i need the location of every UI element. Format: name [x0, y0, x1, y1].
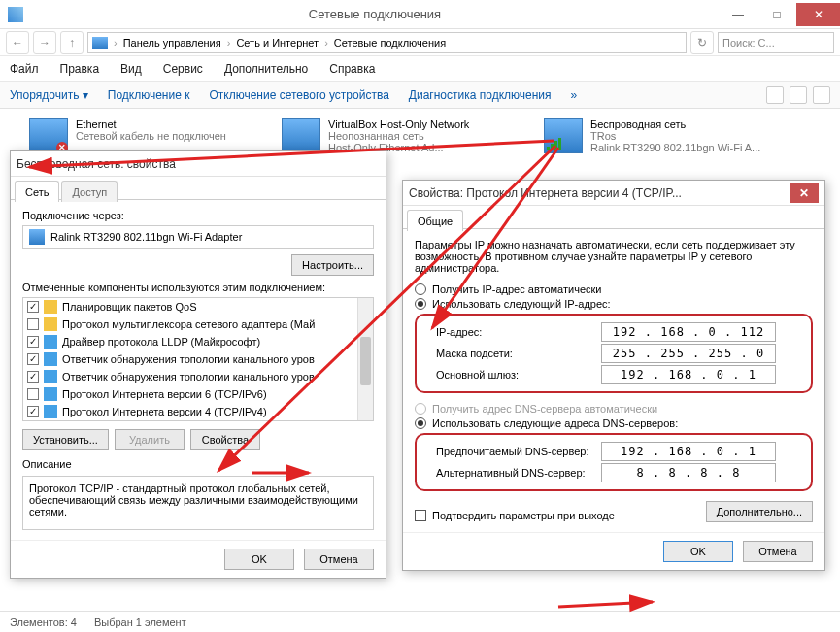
ip-address-label: IP-адрес:: [436, 326, 601, 338]
checkbox-icon[interactable]: ✓: [27, 371, 39, 383]
maximize-button[interactable]: □: [757, 3, 796, 26]
radio-ip-auto[interactable]: Получить IP-адрес автоматически: [415, 283, 813, 295]
menu-help[interactable]: Справка: [329, 62, 375, 76]
component-label: Протокол Интернета версии 6 (TCP/IPv6): [62, 388, 267, 400]
menu-tools[interactable]: Сервис: [163, 62, 203, 76]
help-icon[interactable]: [813, 86, 830, 104]
menu-extra[interactable]: Дополнительно: [224, 62, 308, 76]
cmd-organize[interactable]: Упорядочить ▾: [10, 88, 88, 102]
virtualbox-status: Неопознанная сеть: [328, 130, 469, 142]
component-row[interactable]: ✓Протокол Интернета версии 4 (TCP/IPv4): [23, 403, 373, 420]
checkbox-icon[interactable]: ✓: [27, 336, 39, 348]
forward-button[interactable]: →: [33, 31, 56, 54]
dlg1-ok-button[interactable]: OK: [224, 549, 294, 570]
radio-dns-manual[interactable]: Использовать следующие адреса DNS-сервер…: [415, 417, 813, 429]
menu-file[interactable]: Файл: [10, 62, 39, 76]
dlg1-cancel-button[interactable]: Отмена: [304, 549, 374, 570]
checkbox-icon[interactable]: ✓: [27, 406, 39, 417]
search-input[interactable]: Поиск: С...: [718, 32, 834, 53]
component-icon: [44, 335, 57, 349]
gateway-input[interactable]: 192 . 168 . 0 . 1: [601, 365, 776, 384]
item-wifi[interactable]: Беспроводная сеть TRos Ralink RT3290 802…: [544, 118, 767, 153]
cmd-more[interactable]: »: [571, 88, 578, 102]
adapter-name: Ralink RT3290 802.11bgn Wi-Fi Adapter: [50, 231, 242, 243]
wifi-status: TRos: [590, 130, 760, 142]
remove-button: Удалить: [115, 429, 185, 450]
components-list[interactable]: ✓Планировщик пакетов QoSПротокол мультип…: [22, 297, 374, 421]
component-row[interactable]: ✓Драйвер протокола LLDP (Майкрософт): [23, 333, 373, 350]
dlg1-titlebar[interactable]: Беспроводная сеть: свойства: [11, 151, 386, 177]
dlg2-titlebar[interactable]: Свойства: Протокол Интернета версии 4 (T…: [403, 181, 824, 206]
ip-address-input[interactable]: 192 . 168 . 0 . 112: [601, 322, 776, 342]
dns-preferred-input[interactable]: 192 . 168 . 0 . 1: [601, 442, 776, 461]
dlg-adapter-properties: Беспроводная сеть: свойства Сеть Доступ …: [10, 150, 386, 579]
radio-ip-manual[interactable]: Использовать следующий IP-адрес:: [415, 298, 813, 310]
validate-checkbox[interactable]: Подтвердить параметры при выходе: [415, 510, 615, 521]
radio-icon: [415, 283, 426, 295]
component-row[interactable]: ✓Ответчик обнаружения топологии канально…: [23, 368, 373, 385]
view-icon[interactable]: [766, 86, 784, 104]
adapter-box: Ralink RT3290 802.11bgn Wi-Fi Adapter: [22, 225, 374, 249]
close-button[interactable]: ✕: [796, 3, 840, 26]
dns-preferred-label: Предпочитаемый DNS-сервер:: [436, 446, 601, 457]
app-icon: [8, 7, 23, 22]
virtualbox-icon: [282, 118, 320, 153]
component-icon: [44, 387, 57, 401]
menu-edit[interactable]: Правка: [60, 62, 100, 76]
refresh-button[interactable]: ↻: [690, 31, 714, 54]
wifi-driver: Ralink RT3290 802.11bgn Wi-Fi A...: [590, 142, 760, 153]
configure-button[interactable]: Настроить...: [291, 254, 374, 276]
dlg2-cancel-button[interactable]: Отмена: [743, 541, 813, 562]
up-button[interactable]: ↑: [60, 31, 84, 54]
status-selected: Выбран 1 элемент: [94, 616, 186, 628]
gateway-label: Основной шлюз:: [436, 369, 601, 381]
menu-view[interactable]: Вид: [120, 62, 142, 76]
back-button[interactable]: ←: [6, 31, 29, 54]
location-icon: [92, 37, 108, 49]
scrollbar[interactable]: [357, 298, 373, 420]
radio-dns-auto: Получить адрес DNS-сервера автоматически: [415, 403, 813, 415]
component-row[interactable]: Протокол мультиплексора сетевого адаптер…: [23, 316, 373, 333]
radio-icon: [415, 417, 426, 429]
tab-network[interactable]: Сеть: [15, 181, 59, 202]
dlg1-title: Беспроводная сеть: свойства: [17, 157, 176, 171]
dlg2-close-button[interactable]: ✕: [790, 183, 819, 203]
install-button[interactable]: Установить...: [22, 429, 109, 450]
connect-via-label: Подключение через:: [22, 210, 374, 221]
cmd-disable[interactable]: Отключение сетевого устройства: [209, 88, 388, 102]
scrollbar-thumb[interactable]: [360, 337, 371, 385]
item-ethernet[interactable]: ✕ Ethernet Сетевой кабель не подключен: [29, 118, 252, 153]
tab-sharing[interactable]: Доступ: [61, 181, 118, 202]
dlg2-ok-button[interactable]: OK: [663, 541, 733, 562]
properties-button[interactable]: Свойства: [190, 429, 260, 450]
checkbox-icon[interactable]: ✓: [27, 301, 39, 313]
details-icon[interactable]: [790, 86, 807, 104]
checkbox-icon[interactable]: ✓: [27, 353, 39, 365]
component-row[interactable]: Протокол Интернета версии 6 (TCP/IPv6): [23, 385, 373, 403]
component-row[interactable]: ✓Планировщик пакетов QoS: [23, 298, 373, 316]
component-row[interactable]: ✓Ответчик обнаружения топологии канально…: [23, 350, 373, 368]
checkbox-icon[interactable]: [27, 388, 39, 400]
dns-alt-input[interactable]: 8 . 8 . 8 . 8: [601, 463, 776, 482]
dns-group: Предпочитаемый DNS-сервер: 192 . 168 . 0…: [415, 433, 813, 491]
minimize-button[interactable]: —: [719, 3, 757, 26]
dlg2-title: Свойства: Протокол Интернета версии 4 (T…: [409, 186, 682, 200]
crumb-control-panel[interactable]: Панель управления: [123, 37, 221, 49]
component-icon: [44, 370, 57, 383]
crumb-connections[interactable]: Сетевые подключения: [334, 37, 446, 49]
advanced-button[interactable]: Дополнительно...: [706, 501, 813, 522]
checkbox-icon[interactable]: [27, 318, 39, 330]
cmd-connect[interactable]: Подключение к: [108, 88, 190, 102]
checkbox-icon: [415, 510, 426, 521]
item-virtualbox[interactable]: VirtualBox Host-Only Network Неопознанна…: [282, 118, 505, 153]
tab-general[interactable]: Общие: [407, 210, 463, 231]
command-bar: Упорядочить ▾ Подключение к Отключение с…: [0, 82, 840, 109]
breadcrumb[interactable]: › Панель управления › Сеть и Интернет › …: [87, 32, 687, 53]
signal-bars-icon: [545, 136, 563, 152]
cmd-diagnose[interactable]: Диагностика подключения: [409, 88, 552, 102]
component-icon: [44, 405, 57, 418]
adapter-icon: [29, 229, 45, 245]
crumb-network[interactable]: Сеть и Интернет: [236, 37, 319, 49]
wifi-name: Беспроводная сеть: [590, 118, 760, 130]
subnet-mask-input[interactable]: 255 . 255 . 255 . 0: [601, 344, 776, 363]
